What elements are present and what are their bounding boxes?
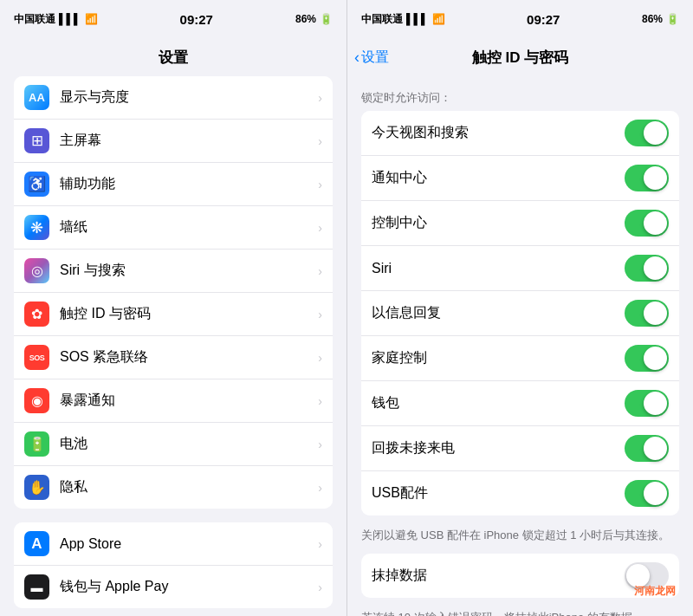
accessibility-chevron: › bbox=[318, 178, 322, 191]
usb-label: USB配件 bbox=[372, 484, 625, 503]
left-wifi-icon: 📶 bbox=[85, 13, 98, 25]
right-status-bar: 中国联通 ▌▌▌ 📶 09:27 86% 🔋 bbox=[347, 0, 693, 38]
left-status-right: 86% 🔋 bbox=[295, 13, 333, 25]
left-battery-icon: 🔋 bbox=[320, 13, 333, 25]
touchid-label: 触控 ID 与密码 bbox=[60, 305, 314, 323]
sos-chevron: › bbox=[318, 351, 322, 365]
right-battery-icon: 🔋 bbox=[666, 13, 679, 25]
right-carrier: 中国联通 bbox=[361, 12, 403, 27]
appstore-chevron: › bbox=[318, 537, 322, 551]
erase-note: 若连续 10 次输入错误密码，将抹掉此iPhone 的有数据。 bbox=[347, 605, 693, 616]
wallpaper-chevron: › bbox=[318, 221, 322, 235]
right-content: 锁定时允许访问： 今天视图和搜索 通知中心 控制中心 Siri 以信息回复 bbox=[347, 76, 693, 616]
siri-toggle-label: Siri bbox=[372, 261, 625, 276]
sos-label: SOS 紧急联络 bbox=[60, 348, 314, 366]
toggle-group-locked: 今天视图和搜索 通知中心 控制中心 Siri 以信息回复 家庭控制 bbox=[361, 111, 679, 515]
siri-toggle[interactable] bbox=[625, 255, 669, 282]
usb-toggle[interactable] bbox=[625, 480, 669, 507]
privacy-label: 隐私 bbox=[60, 478, 314, 496]
left-carrier: 中国联通 bbox=[14, 12, 55, 27]
privacy-chevron: › bbox=[318, 481, 322, 495]
control-center-toggle[interactable] bbox=[625, 210, 669, 237]
accessibility-label: 辅助功能 bbox=[60, 175, 314, 193]
appstore-icon: A bbox=[24, 531, 49, 556]
accessibility-icon: ♿ bbox=[24, 172, 49, 197]
right-wifi-icon: 📶 bbox=[432, 13, 445, 25]
battery-icon: 🔋 bbox=[24, 431, 49, 457]
left-page-title: 设置 bbox=[159, 48, 188, 68]
toggle-item-reply-message: 以信息回复 bbox=[361, 291, 679, 336]
wallpaper-label: 墙纸 bbox=[60, 218, 314, 237]
wallet-toggle[interactable] bbox=[625, 390, 669, 417]
back-button[interactable]: ‹ 设置 bbox=[354, 49, 389, 67]
erase-label: 抹掉数据 bbox=[372, 567, 625, 585]
wallet-label: 钱包与 Apple Pay bbox=[60, 578, 314, 596]
back-chevron-icon: ‹ bbox=[354, 49, 359, 67]
siri-chevron: › bbox=[318, 264, 322, 278]
today-view-toggle[interactable] bbox=[625, 120, 669, 146]
today-view-label: 今天视图和搜索 bbox=[372, 124, 625, 142]
display-icon: AA bbox=[24, 85, 49, 110]
reply-message-toggle[interactable] bbox=[625, 300, 669, 327]
settings-item-home[interactable]: ⊞ 主屏幕 › bbox=[14, 120, 333, 163]
wallet-toggle-label: 钱包 bbox=[372, 394, 625, 412]
battery-chevron: › bbox=[318, 438, 322, 451]
settings-item-privacy[interactable]: ✋ 隐私 › bbox=[14, 466, 333, 509]
control-center-label: 控制中心 bbox=[372, 214, 625, 232]
touchid-chevron: › bbox=[318, 308, 322, 321]
home-chevron: › bbox=[318, 134, 322, 148]
back-label: 设置 bbox=[361, 49, 389, 67]
settings-item-wallpaper[interactable]: ❋ 墙纸 › bbox=[14, 206, 333, 250]
home-label: 主屏幕 bbox=[60, 132, 314, 150]
right-time: 09:27 bbox=[527, 12, 560, 27]
right-status-left: 中国联通 ▌▌▌ 📶 bbox=[361, 12, 445, 27]
privacy-icon: ✋ bbox=[24, 475, 49, 500]
left-status-left: 中国联通 ▌▌▌ 📶 bbox=[14, 12, 98, 27]
section-header-locked: 锁定时允许访问： bbox=[347, 76, 693, 111]
toggle-item-today-view: 今天视图和搜索 bbox=[361, 111, 679, 156]
toggle-group-erase: 抹掉数据 bbox=[361, 554, 679, 598]
left-nav-bar: 设置 bbox=[0, 38, 346, 76]
toggle-item-callback: 回拨未接来电 bbox=[361, 426, 679, 471]
settings-item-display[interactable]: AA 显示与亮度 › bbox=[14, 76, 333, 120]
toggle-item-usb: USB配件 bbox=[361, 471, 679, 515]
settings-group-store: A App Store › ▬ 钱包与 Apple Pay › bbox=[14, 522, 333, 608]
sos-icon: SOS bbox=[24, 345, 49, 370]
settings-item-battery[interactable]: 🔋 电池 › bbox=[14, 423, 333, 466]
right-page-title: 触控 ID 与密码 bbox=[472, 48, 568, 68]
family-control-toggle[interactable] bbox=[625, 345, 669, 372]
home-icon: ⊞ bbox=[24, 128, 49, 153]
callback-label: 回拨未接来电 bbox=[372, 439, 625, 457]
usb-note: 关闭以避免 USB 配件在 iPhone 锁定超过 1 小时后与其连接。 bbox=[347, 522, 693, 554]
toggle-item-notification-center: 通知中心 bbox=[361, 156, 679, 201]
settings-item-sos[interactable]: SOS SOS 紧急联络 › bbox=[14, 336, 333, 379]
wallet-icon: ▬ bbox=[24, 574, 49, 600]
exposure-icon: ◉ bbox=[24, 388, 49, 413]
siri-label: Siri 与搜索 bbox=[60, 262, 314, 280]
toggle-item-siri: Siri bbox=[361, 246, 679, 291]
settings-item-exposure[interactable]: ◉ 暴露通知 › bbox=[14, 379, 333, 423]
siri-icon: ◎ bbox=[24, 258, 49, 283]
settings-item-siri[interactable]: ◎ Siri 与搜索 › bbox=[14, 250, 333, 293]
toggle-item-family-control: 家庭控制 bbox=[361, 336, 679, 381]
callback-toggle[interactable] bbox=[625, 435, 669, 462]
settings-list: AA 显示与亮度 › ⊞ 主屏幕 › ♿ 辅助功能 › ❋ 墙纸 › ◎ bbox=[0, 76, 346, 616]
settings-item-accessibility[interactable]: ♿ 辅助功能 › bbox=[14, 163, 333, 206]
settings-item-appstore[interactable]: A App Store › bbox=[14, 522, 333, 566]
settings-item-wallet[interactable]: ▬ 钱包与 Apple Pay › bbox=[14, 566, 333, 608]
left-battery-pct: 86% bbox=[295, 13, 316, 25]
battery-label: 电池 bbox=[60, 435, 314, 453]
toggle-item-control-center: 控制中心 bbox=[361, 201, 679, 246]
left-panel: 中国联通 ▌▌▌ 📶 09:27 86% 🔋 设置 AA 显示与亮度 › ⊞ 主… bbox=[0, 0, 346, 616]
notification-center-toggle[interactable] bbox=[625, 165, 669, 191]
settings-item-touchid[interactable]: ✿ 触控 ID 与密码 › bbox=[14, 293, 333, 336]
display-label: 显示与亮度 bbox=[60, 88, 314, 107]
right-status-right: 86% 🔋 bbox=[642, 13, 679, 25]
toggle-item-wallet: 钱包 bbox=[361, 381, 679, 426]
display-chevron: › bbox=[318, 91, 322, 105]
wallpaper-icon: ❋ bbox=[24, 215, 49, 240]
notification-center-label: 通知中心 bbox=[372, 169, 625, 187]
appstore-label: App Store bbox=[60, 536, 314, 552]
left-signal-icon: ▌▌▌ bbox=[59, 13, 81, 25]
toggle-item-erase: 抹掉数据 bbox=[361, 554, 679, 598]
